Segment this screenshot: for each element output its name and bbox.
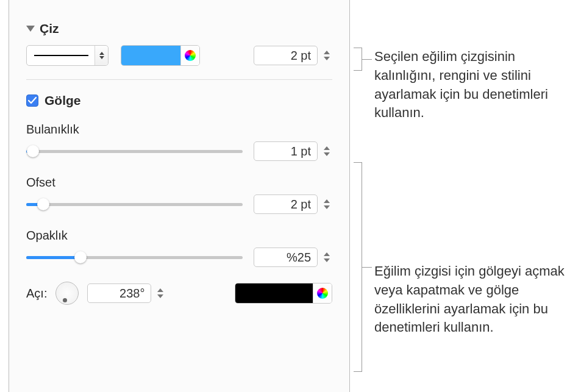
offset-row xyxy=(26,194,332,214)
shadow-checkbox-label: Gölge xyxy=(45,93,81,108)
bracket-icon xyxy=(354,162,362,372)
stepper-down-icon xyxy=(324,205,330,209)
shadow-color-well[interactable] xyxy=(235,283,332,304)
slider-fill xyxy=(26,256,80,259)
slider-track xyxy=(26,150,243,153)
stepper-down-icon xyxy=(324,57,330,60)
stroke-section-title: Çiz xyxy=(40,21,59,36)
stroke-color-swatch xyxy=(121,46,181,65)
line-style-select[interactable] xyxy=(26,45,109,66)
stepper-up-icon xyxy=(157,288,163,292)
color-wheel-icon xyxy=(317,288,328,299)
angle-label: Açı: xyxy=(26,287,47,301)
bracket-connector xyxy=(362,59,372,60)
blur-label: Bulanıklık xyxy=(26,123,332,137)
opacity-input[interactable] xyxy=(254,248,318,267)
angle-dial[interactable] xyxy=(55,282,79,305)
angle-input[interactable] xyxy=(87,283,151,303)
offset-slider[interactable] xyxy=(26,198,243,210)
color-wheel-icon xyxy=(185,50,196,61)
color-picker-button[interactable] xyxy=(181,46,199,65)
bracket-connector xyxy=(362,267,372,268)
stroke-thickness-stepper-buttons[interactable] xyxy=(321,46,332,65)
shadow-checkbox[interactable] xyxy=(26,94,38,107)
slider-thumb xyxy=(37,198,49,210)
stroke-section-header[interactable]: Çiz xyxy=(26,21,332,36)
shadow-checkbox-row: Gölge xyxy=(26,93,332,108)
angle-stepper[interactable] xyxy=(155,284,166,302)
blur-row xyxy=(26,141,332,161)
shadow-annotation-text: Eğilim çizgisi için gölgeyi açmak veya k… xyxy=(374,262,569,337)
select-arrows-icon xyxy=(94,46,108,65)
offset-stepper[interactable] xyxy=(321,195,332,213)
stepper-up-icon xyxy=(324,146,330,150)
stroke-color-well[interactable] xyxy=(121,45,200,66)
stroke-annotation-text: Seçilen eğilim çizgisinin kalınlığını, r… xyxy=(374,48,569,123)
angle-stepper-group xyxy=(87,283,166,303)
stepper-up-icon xyxy=(324,51,330,54)
offset-input[interactable] xyxy=(254,194,318,214)
stepper-up-icon xyxy=(324,199,330,203)
inspector-panel: Çiz Gölge Bulanıkl xyxy=(9,0,350,392)
stepper-down-icon xyxy=(157,294,163,298)
opacity-row xyxy=(26,248,332,267)
offset-label: Ofset xyxy=(26,176,332,190)
slider-thumb xyxy=(74,251,87,263)
stroke-thickness-input[interactable] xyxy=(254,46,318,65)
slider-track xyxy=(26,203,243,206)
stepper-up-icon xyxy=(324,252,330,256)
line-style-preview-icon xyxy=(34,55,88,56)
bracket-icon xyxy=(354,48,362,71)
blur-stepper[interactable] xyxy=(321,142,332,160)
section-divider xyxy=(26,79,332,80)
stroke-controls-row xyxy=(26,45,332,66)
blur-stepper-group xyxy=(254,141,332,161)
angle-row: Açı: xyxy=(26,282,332,305)
offset-stepper-group xyxy=(254,194,332,214)
stepper-down-icon xyxy=(324,258,330,262)
opacity-label: Opaklık xyxy=(26,229,332,243)
opacity-slider[interactable] xyxy=(26,251,243,263)
slider-thumb xyxy=(27,145,39,157)
checkmark-icon xyxy=(28,97,37,104)
blur-slider[interactable] xyxy=(26,145,243,157)
angle-indicator-icon xyxy=(63,298,67,302)
opacity-stepper-group xyxy=(254,248,332,267)
opacity-stepper[interactable] xyxy=(321,248,332,266)
stepper-down-icon xyxy=(324,152,330,156)
shadow-color-swatch xyxy=(235,283,313,303)
stroke-thickness-stepper xyxy=(254,46,332,65)
disclosure-triangle-icon xyxy=(26,26,35,32)
shadow-color-picker-button[interactable] xyxy=(313,283,332,303)
blur-input[interactable] xyxy=(254,141,318,161)
